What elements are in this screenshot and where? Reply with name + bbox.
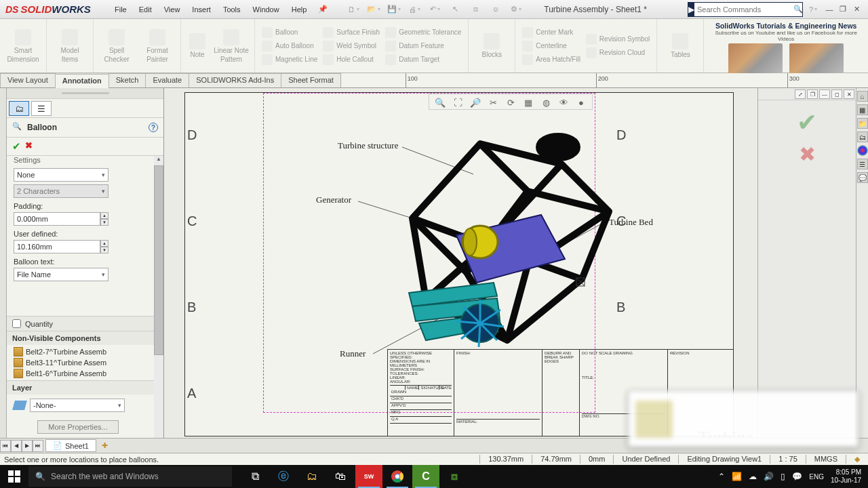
home-icon[interactable]: ⌂ bbox=[857, 91, 868, 102]
tab-annotation[interactable]: Annotation bbox=[55, 74, 109, 88]
tab-sketch[interactable]: Sketch bbox=[108, 73, 146, 87]
save-button[interactable]: 💾 bbox=[387, 2, 401, 17]
tab-view-layout[interactable]: View Layout bbox=[0, 73, 56, 87]
notifications-icon[interactable]: 💬 bbox=[792, 472, 802, 481]
taskbar-search[interactable]: 🔍 Search the web and Windows bbox=[28, 466, 232, 487]
zoom-area-icon[interactable]: ⛶ bbox=[451, 96, 465, 109]
language-indicator[interactable]: ENG bbox=[809, 473, 824, 481]
balloontext-select[interactable]: File Name▾ bbox=[14, 268, 108, 281]
note-button[interactable]: Note bbox=[185, 33, 210, 58]
datum-target-button[interactable]: Datum Target bbox=[385, 54, 461, 65]
userdef-up[interactable]: ▲ bbox=[100, 240, 108, 247]
chars-select[interactable]: 2 Characters▾ bbox=[14, 184, 108, 198]
mini-close-icon[interactable]: ✕ bbox=[844, 89, 854, 99]
pin-icon[interactable]: 📌 bbox=[317, 3, 329, 16]
centerline-button[interactable]: Centerline bbox=[522, 41, 580, 52]
userdef-down[interactable]: ▼ bbox=[100, 247, 108, 253]
file-explorer-icon[interactable]: 🗂 bbox=[857, 131, 868, 142]
nonvis-item-1[interactable]: Belt3-11^Turbine Assem bbox=[14, 357, 157, 368]
quantity-checkbox[interactable] bbox=[12, 319, 21, 328]
task-view-button[interactable]: ⧉ bbox=[241, 465, 269, 488]
mini-expand-icon[interactable]: ⤢ bbox=[795, 89, 806, 99]
wifi-icon[interactable]: 📶 bbox=[732, 472, 742, 481]
more-properties-button[interactable]: More Properties... bbox=[37, 420, 119, 434]
menu-tools[interactable]: Tools bbox=[217, 2, 247, 17]
area-hatch-button[interactable]: Area Hatch/Fill bbox=[522, 54, 580, 65]
mini-split-icon[interactable]: ❐ bbox=[807, 89, 818, 99]
cancel-button[interactable]: ✖ bbox=[25, 140, 33, 152]
rotate-icon[interactable]: ⟳ bbox=[504, 96, 517, 109]
close-button[interactable]: ✕ bbox=[850, 4, 863, 15]
minimize-button[interactable]: — bbox=[823, 4, 835, 15]
blocks-button[interactable]: Blocks bbox=[473, 33, 511, 58]
panel-handle[interactable] bbox=[7, 88, 163, 99]
revision-cloud-button[interactable]: Revision Cloud bbox=[586, 47, 650, 58]
status-units[interactable]: MMGS bbox=[806, 455, 846, 464]
resources-icon[interactable]: ▦ bbox=[857, 104, 868, 115]
section-view-icon[interactable]: ✂ bbox=[486, 96, 500, 109]
hole-callout-button[interactable]: Hole Callout bbox=[323, 54, 380, 65]
start-button[interactable] bbox=[0, 465, 28, 488]
ok-button[interactable]: ✔ bbox=[12, 140, 21, 152]
padding-down[interactable]: ▼ bbox=[100, 219, 108, 226]
zoom-prev-icon[interactable]: 🔎 bbox=[469, 96, 482, 109]
model-items-button[interactable]: ModelItems bbox=[51, 29, 89, 63]
appearances-icon[interactable] bbox=[857, 145, 868, 156]
datum-feature-button[interactable]: Datum Feature bbox=[385, 41, 461, 52]
open-doc-button[interactable]: 📂 bbox=[366, 2, 381, 17]
layer-group[interactable]: Layer ⌃ bbox=[7, 380, 163, 394]
onedrive-icon[interactable]: ☁ bbox=[749, 472, 757, 481]
menu-view[interactable]: View bbox=[158, 2, 186, 17]
weld-symbol-button[interactable]: Weld Symbol bbox=[323, 41, 380, 52]
search-run-icon[interactable]: ▶ bbox=[688, 3, 694, 16]
menu-insert[interactable]: Insert bbox=[186, 2, 217, 17]
confirm-ok-icon[interactable]: ✔ bbox=[758, 108, 856, 137]
magnetic-line-button[interactable]: Magnetic Line bbox=[262, 54, 317, 65]
mini-max-icon[interactable]: ◻ bbox=[831, 89, 842, 99]
command-search[interactable]: ▶ 🔍 bbox=[688, 2, 803, 17]
mini-min-icon[interactable]: — bbox=[819, 89, 830, 99]
geometric-tolerance-button[interactable]: Geometric Tolerance bbox=[385, 27, 461, 38]
sheet-next-icon[interactable]: ▶ bbox=[22, 440, 33, 452]
layer-select[interactable]: -None-▾ bbox=[30, 399, 125, 412]
center-mark-button[interactable]: Center Mark bbox=[522, 27, 580, 38]
revision-symbol-button[interactable]: Revision Symbol bbox=[586, 34, 650, 45]
auto-balloon-button[interactable]: Auto Balloon bbox=[262, 41, 317, 52]
sheet-first-icon[interactable]: ⏮ bbox=[0, 440, 11, 452]
restore-button[interactable]: ❐ bbox=[837, 4, 849, 15]
smart-dimension-button[interactable]: SmartDimension bbox=[4, 29, 42, 63]
tables-button[interactable]: Tables bbox=[661, 33, 699, 58]
drawing-canvas[interactable]: Turbine structure Generator Runner Turbi… bbox=[164, 88, 757, 438]
surface-finish-button[interactable]: Surface Finish bbox=[323, 27, 380, 38]
new-doc-button[interactable]: 🗋 bbox=[346, 2, 361, 17]
tab-sheet-format[interactable]: Sheet Format bbox=[281, 73, 341, 87]
tab-addins[interactable]: SOLIDWORKS Add-Ins bbox=[189, 73, 281, 87]
quantity-group[interactable]: Quantity ⌄ bbox=[7, 316, 163, 331]
nonvisible-group[interactable]: Non-Visible Components ⌃ bbox=[7, 331, 163, 345]
hide-show-icon[interactable]: ◍ bbox=[539, 96, 553, 109]
menu-file[interactable]: File bbox=[108, 2, 133, 17]
format-painter-button[interactable]: FormatPainter bbox=[138, 29, 176, 63]
forum-icon[interactable]: 💬 bbox=[857, 172, 868, 183]
userdef-input[interactable]: 10.160mm bbox=[14, 240, 100, 253]
linear-note-pattern-button[interactable]: Linear NotePattern bbox=[212, 29, 250, 63]
custom-props-icon[interactable]: ☰ bbox=[857, 159, 868, 169]
padding-input[interactable]: 0.000mm bbox=[14, 212, 100, 226]
feature-manager-tab[interactable]: 🗂 bbox=[9, 101, 29, 116]
nonvis-item-0[interactable]: Belt2-7^Turbine Assemb bbox=[14, 346, 157, 357]
solidworks-app[interactable]: SW bbox=[355, 465, 382, 488]
menu-help[interactable]: Help bbox=[285, 2, 313, 17]
notification-popup[interactable] bbox=[628, 390, 859, 447]
help-dropdown[interactable]: ? bbox=[806, 2, 821, 17]
menu-edit[interactable]: Edit bbox=[133, 2, 158, 17]
options-split-button[interactable]: ⛭ bbox=[488, 2, 503, 17]
sheet-prev-icon[interactable]: ◀ bbox=[11, 440, 22, 452]
tray-up-icon[interactable]: ⌃ bbox=[718, 472, 725, 481]
spell-checker-button[interactable]: SpellChecker bbox=[98, 29, 136, 63]
confirm-cancel-icon[interactable]: ✖ bbox=[758, 142, 856, 166]
select-button[interactable]: ↖ bbox=[448, 2, 462, 17]
taskbar-clock[interactable]: 8:05 PM 10-Jun-17 bbox=[831, 468, 861, 485]
status-rebuild-icon[interactable]: ◆ bbox=[846, 455, 868, 464]
appearance-icon[interactable]: ● bbox=[574, 96, 588, 109]
sheet-tab-1[interactable]: 📄 Sheet1 bbox=[45, 439, 96, 452]
